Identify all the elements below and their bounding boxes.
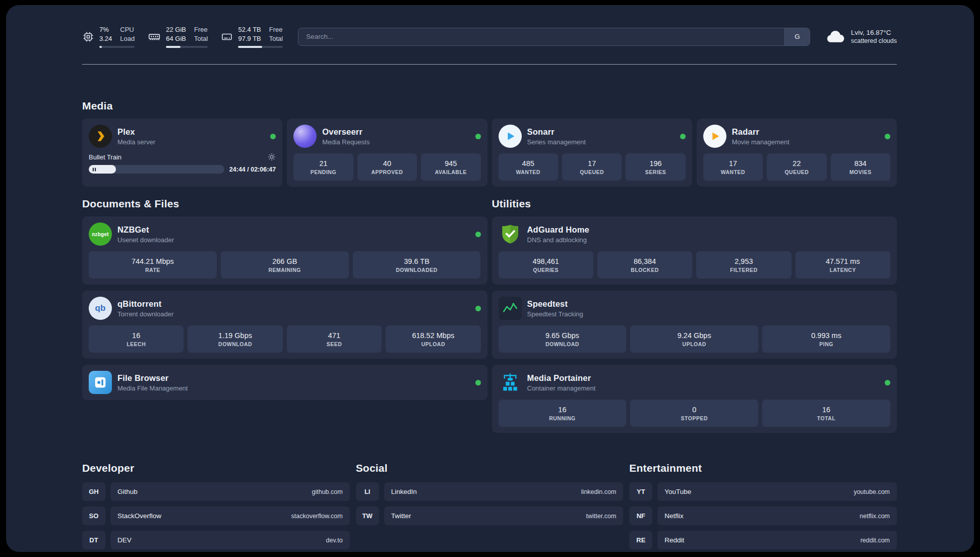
portainer-icon [499, 371, 522, 394]
social-links-section: Social LI LinkedIn linkedin.com [356, 462, 624, 552]
link-name: DEV [117, 536, 132, 544]
link-item[interactable]: Twitter twitter.com [384, 507, 624, 525]
stat-tile: 1.19 Gbps DOWNLOAD [188, 325, 282, 353]
stat-tile: 945 AVAILABLE [421, 153, 480, 181]
link-row: GH Github github.com [82, 482, 350, 501]
link-row: YT YouTube youtube.com [629, 482, 897, 501]
stat-label: APPROVED [371, 169, 403, 175]
portainer-card[interactable]: Media Portainer Container management 16 … [492, 365, 897, 433]
stat-label: SEED [327, 341, 342, 347]
link-item[interactable]: StackOverflow stackoverflow.com [110, 507, 350, 525]
link-abbr-tile[interactable]: NF [629, 507, 652, 525]
playback-progress-bar[interactable] [89, 165, 224, 174]
link-domain: linkedin.com [581, 488, 616, 495]
link-abbr-tile[interactable]: SO [82, 507, 105, 525]
stat-label: PENDING [311, 169, 336, 175]
disk-progress-bar [238, 46, 283, 48]
settings-gear-icon[interactable] [268, 153, 276, 161]
search-engine-button[interactable]: G [784, 28, 810, 45]
app-subtitle: Container management [527, 384, 596, 392]
radarr-card[interactable]: Radarr Movie management 17 WANTED [697, 119, 897, 187]
media-section-title: Media [82, 100, 897, 112]
cpu-icon [82, 31, 94, 43]
link-item[interactable]: Netflix netflix.com [657, 507, 897, 525]
stat-label: RUNNING [549, 415, 576, 421]
status-online-dot [475, 306, 481, 311]
filebrowser-card[interactable]: File Browser Media File Management [82, 365, 487, 400]
link-domain: dev.to [326, 537, 343, 544]
link-domain: youtube.com [853, 488, 890, 495]
topbar: 7% 3.24 CPU Load [82, 25, 897, 48]
link-name: LinkedIn [391, 488, 417, 495]
stat-label: LATENCY [830, 267, 856, 273]
stat-tile: 16 LEECH [89, 325, 183, 353]
stat-value: 945 [445, 159, 457, 168]
link-abbr-tile[interactable]: YT [629, 482, 652, 501]
link-abbr-tile[interactable]: DT [82, 531, 105, 549]
speedtest-icon [499, 297, 522, 320]
stat-value: 17 [588, 159, 596, 168]
social-section-title: Social [356, 462, 624, 474]
stat-label: WANTED [516, 169, 540, 175]
stat-label: UPLOAD [683, 341, 706, 347]
stat-tile: 196 SERIES [626, 153, 685, 181]
stat-value: 744.21 Mbps [132, 257, 174, 265]
stat-label: AVAILABLE [435, 169, 467, 175]
app-title: Radarr [732, 127, 789, 137]
cloud-icon [825, 27, 845, 47]
ram-progress-bar [166, 46, 208, 48]
app-title: Overseerr [322, 127, 370, 137]
nzbget-card[interactable]: nzbget NZBGet Usenet downloader 744.21 M… [82, 216, 487, 285]
adguard-icon [499, 222, 522, 246]
ram-total-value: 64 GiB [166, 34, 186, 43]
plex-card[interactable]: Plex Media server Bullet Train [82, 119, 282, 187]
radarr-icon [703, 125, 726, 148]
overseerr-card[interactable]: Overseerr Media Requests 21 PENDING [287, 119, 487, 187]
stat-tile: 0.993 ms PING [762, 325, 890, 353]
link-row: DT DEV dev.to [82, 531, 350, 549]
link-abbr-tile[interactable]: TW [356, 507, 379, 525]
now-playing-title: Bullet Train [89, 153, 121, 161]
speedtest-card[interactable]: Speedtest Speedtest Tracking 9.65 Gbps D… [492, 291, 897, 359]
link-item[interactable]: LinkedIn linkedin.com [384, 482, 624, 501]
link-item[interactable]: Reddit reddit.com [657, 531, 897, 549]
link-abbr-tile[interactable]: RE [629, 531, 652, 549]
link-item[interactable]: DEV dev.to [110, 531, 350, 549]
stat-label: DOWNLOAD [545, 341, 579, 347]
sonarr-card[interactable]: Sonarr Series management 485 WANTED [492, 119, 692, 187]
stat-label: RATE [145, 267, 160, 273]
stat-tile: 22 QUEUED [767, 153, 826, 181]
search-input[interactable] [298, 28, 784, 45]
cpu-load-value: 3.24 [99, 34, 112, 43]
stat-tile: 266 GB REMAINING [221, 251, 349, 278]
link-item[interactable]: YouTube youtube.com [657, 482, 897, 501]
stat-label: QUEUED [580, 169, 604, 175]
stat-value: 17 [729, 159, 737, 168]
app-subtitle: Media Requests [322, 138, 370, 146]
disk-free-value: 52.4 TB [238, 25, 261, 34]
stat-label: UPLOAD [421, 341, 445, 347]
pause-icon[interactable] [92, 167, 97, 172]
stat-value: 9.65 Gbps [545, 331, 579, 340]
dashboard-root: 7% 3.24 CPU Load [6, 5, 974, 552]
stat-value: 86,384 [634, 257, 656, 265]
stat-value: 16 [132, 331, 140, 340]
qbittorrent-card[interactable]: qb qBittorrent Torrent downloader 16 LEE [82, 291, 487, 359]
weather-widget[interactable]: Lviv, 16.87°C scattered clouds [825, 27, 897, 47]
stat-tile: 16 TOTAL [762, 400, 890, 427]
app-subtitle: Movie management [732, 138, 789, 146]
app-title: NZBGet [117, 225, 174, 235]
status-online-dot [885, 134, 890, 139]
ram-icon [148, 30, 161, 43]
entertainment-section-title: Entertainment [629, 462, 897, 474]
link-abbr-tile[interactable]: LI [356, 482, 379, 501]
cpu-label: CPU [120, 25, 135, 34]
adguard-card[interactable]: AdGuard Home DNS and adblocking 498,461 … [492, 216, 897, 285]
link-item[interactable]: Github github.com [110, 482, 350, 501]
stat-tile: 17 WANTED [703, 153, 763, 181]
link-abbr-tile[interactable]: GH [82, 482, 105, 501]
utilities-section: Utilities AdGuard Home [492, 198, 897, 433]
app-subtitle: Media server [117, 138, 155, 146]
stat-tile: 498,461 QUERIES [499, 251, 593, 278]
filebrowser-icon [89, 371, 112, 394]
